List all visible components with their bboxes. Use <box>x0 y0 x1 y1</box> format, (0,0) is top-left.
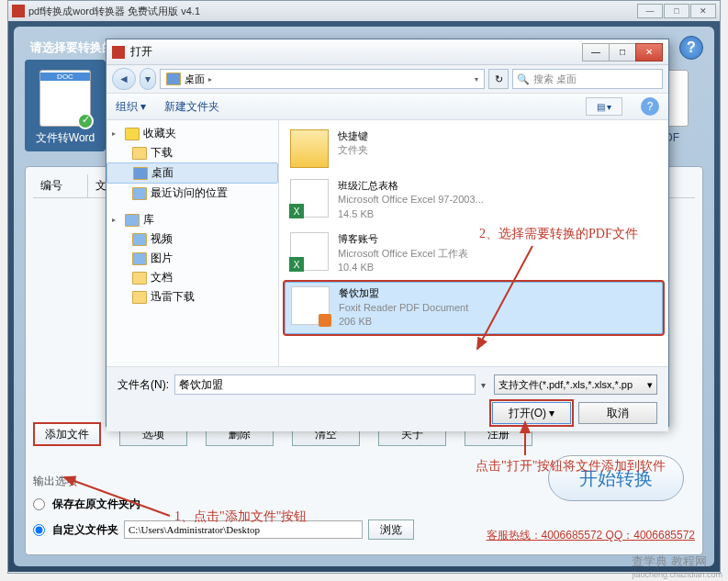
dialog-close-button[interactable]: ✕ <box>635 43 663 61</box>
app-icon <box>12 5 25 17</box>
file-open-dialog: 打开 — □ ✕ ◄ ▾ 桌面▸ ▾ ↻ 🔍 搜索 桌面 组织 ▾ 新建文件夹 … <box>106 39 669 427</box>
filename-label: 文件名(N): <box>118 377 169 393</box>
dialog-body: ▸收藏夹 下载 桌面 最近访问的位置 ▸库 视频 图片 文档 迅雷下载 快捷键 … <box>106 120 668 366</box>
radio-custom-folder[interactable] <box>33 524 45 536</box>
col-id: 编号 <box>33 174 88 197</box>
dialog-toolbar: 组织 ▾ 新建文件夹 ▤ ▾ ? <box>106 93 668 120</box>
output-section: 输出选项 保存在原文件夹内 自定义文件夹 浏览 开始转换 客服热线：400668… <box>33 474 695 547</box>
library-icon <box>125 214 140 227</box>
folder-icon <box>290 129 329 168</box>
recent-icon <box>132 187 147 200</box>
watermark: 查学典 教程网 jiaocheng.chazidian.com <box>632 553 722 579</box>
nav-refresh-button[interactable]: ↻ <box>488 69 509 89</box>
radio-original-label: 保存在原文件夹内 <box>52 497 140 512</box>
start-convert-button[interactable]: 开始转换 <box>548 455 684 501</box>
tree-desktop[interactable]: 桌面 <box>106 162 278 184</box>
tree-thunder[interactable]: 迅雷下载 <box>106 287 278 307</box>
radio-original-folder[interactable] <box>33 498 45 510</box>
dialog-footer: 文件名(N): ▾ 支持文件(*.pdf,*.xls,*.xlsx,*.pp▾ … <box>106 366 668 431</box>
desktop-icon <box>166 73 181 85</box>
dialog-nav: ◄ ▾ 桌面▸ ▾ ↻ 🔍 搜索 桌面 <box>106 65 668 93</box>
organize-menu[interactable]: 组织 ▾ <box>116 99 146 115</box>
desktop-icon <box>133 167 148 180</box>
cancel-button[interactable]: 取消 <box>578 402 657 424</box>
filename-input[interactable] <box>174 374 476 395</box>
tree-videos[interactable]: 视频 <box>106 229 278 249</box>
nav-forward-button[interactable]: ▾ <box>140 68 156 90</box>
excel-icon <box>290 179 329 218</box>
nav-back-button[interactable]: ◄ <box>112 68 136 90</box>
hotline-link[interactable]: 客服热线：4006685572 QQ：4006685572 <box>487 528 695 543</box>
new-folder-button[interactable]: 新建文件夹 <box>164 99 219 115</box>
tree-downloads[interactable]: 下载 <box>106 143 278 162</box>
tree-recent[interactable]: 最近访问的位置 <box>106 184 278 203</box>
app-close-button[interactable]: ✕ <box>690 4 716 18</box>
nav-search-input[interactable]: 🔍 搜索 桌面 <box>512 69 663 89</box>
file-filter-select[interactable]: 支持文件(*.pdf,*.xls,*.xlsx,*.pp▾ <box>494 374 657 395</box>
tree-pane: ▸收藏夹 下载 桌面 最近访问的位置 ▸库 视频 图片 文档 迅雷下载 <box>106 120 279 366</box>
output-path-input[interactable] <box>124 520 363 539</box>
file-item-folder[interactable]: 快捷键 文件夹 <box>285 126 663 172</box>
prompt-label: 请选择要转换的 <box>30 39 114 56</box>
pdf-file-icon <box>291 286 330 325</box>
dialog-help-button[interactable]: ? <box>641 97 659 116</box>
picture-icon <box>132 252 147 265</box>
file-item-pdf-selected[interactable]: 餐饮加盟 Foxit Reader PDF Document 206 KB <box>285 282 663 333</box>
dialog-title: 打开 <box>130 44 152 60</box>
view-mode-button[interactable]: ▤ ▾ <box>586 97 622 116</box>
radio-custom-label: 自定义文件夹 <box>52 522 118 538</box>
tree-documents[interactable]: 文档 <box>106 268 278 287</box>
nav-breadcrumb[interactable]: 桌面▸ ▾ <box>160 69 485 89</box>
doc-icon <box>132 272 147 285</box>
star-icon <box>125 128 140 140</box>
dialog-icon <box>112 46 125 59</box>
tree-pictures[interactable]: 图片 <box>106 249 278 268</box>
dialog-titlebar: 打开 — □ ✕ <box>106 39 668 65</box>
app-minimize-button[interactable]: — <box>637 4 663 18</box>
thunder-icon <box>132 291 147 304</box>
app-maximize-button[interactable]: □ <box>664 4 689 18</box>
doc-icon: DOC <box>39 70 91 127</box>
tab-file-to-word[interactable]: DOC 文件转Word <box>25 60 106 151</box>
dialog-minimize-button[interactable]: — <box>582 43 610 61</box>
file-item-excel[interactable]: 班级汇总表格 Microsoft Office Excel 97-2003...… <box>285 175 663 225</box>
browse-button[interactable]: 浏览 <box>368 520 414 540</box>
excel-icon <box>290 232 329 271</box>
dialog-maximize-button[interactable]: □ <box>609 43 636 61</box>
help-icon[interactable]: ? <box>679 36 703 60</box>
file-item-excel[interactable]: 博客账号 Microsoft Office Excel 工作表 10.4 KB <box>285 229 663 278</box>
check-icon <box>77 113 94 129</box>
search-icon: 🔍 <box>517 73 530 85</box>
tree-favorites[interactable]: ▸收藏夹 <box>106 124 278 143</box>
file-list: 快捷键 文件夹 班级汇总表格 Microsoft Office Excel 97… <box>279 120 668 366</box>
open-button[interactable]: 打开(O) ▾ <box>492 402 571 424</box>
app-title: pdf转换成word转换器 免费试用版 v4.1 <box>28 5 200 18</box>
format-tabs: DOC 文件转Word <box>25 60 106 151</box>
app-titlebar: pdf转换成word转换器 免费试用版 v4.1 — □ ✕ <box>8 1 720 21</box>
folder-icon <box>132 147 147 160</box>
tree-library[interactable]: ▸库 <box>106 210 278 229</box>
add-file-button[interactable]: 添加文件 <box>33 422 101 446</box>
video-icon <box>132 233 147 246</box>
